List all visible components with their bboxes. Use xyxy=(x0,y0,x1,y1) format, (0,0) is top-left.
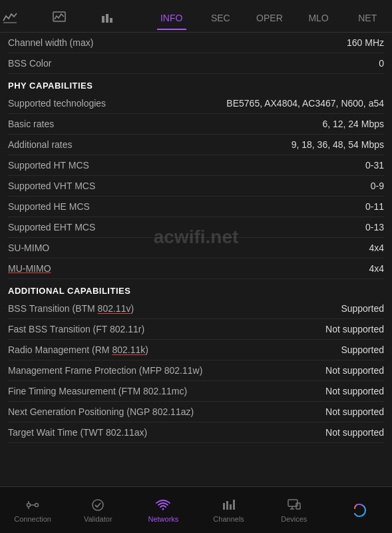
row-ftm: Fine Timing Measurement (FTM 802.11mc) N… xyxy=(8,381,384,402)
nav-validator[interactable]: Validator xyxy=(65,498,130,523)
value-channel-width: 160 MHz xyxy=(347,37,384,48)
value-ht-mcs: 0-31 xyxy=(365,160,384,171)
svg-point-5 xyxy=(27,503,31,506)
value-ngp: Not supported xyxy=(325,406,384,417)
label-su-mimo: SU-MIMO xyxy=(8,243,369,253)
row-bss-color: BSS Color 0 xyxy=(8,53,384,74)
value-basic-rates: 6, 12, 24 Mbps xyxy=(322,119,384,129)
channels-icon xyxy=(222,498,236,512)
label-bss-color: BSS Color xyxy=(8,58,379,69)
label-supported-tech: Supported technologies xyxy=(8,98,226,109)
label-mu-mimo: MU-MIMO xyxy=(8,263,369,274)
main-content: Channel width (max) 160 MHz BSS Color 0 … xyxy=(0,33,392,486)
nav-channels-label: Channels xyxy=(213,515,244,523)
label-fast-bss: Fast BSS Transition (FT 802.11r) xyxy=(8,324,325,334)
label-vht-mcs: Supported VHT MCS xyxy=(8,181,371,191)
value-mfp: Not supported xyxy=(325,365,384,376)
label-channel-width: Channel width (max) xyxy=(8,37,347,48)
value-mu-mimo: 4x4 xyxy=(369,263,384,274)
value-he-mcs: 0-11 xyxy=(365,201,384,212)
tab-graph1[interactable] xyxy=(0,5,49,32)
label-basic-rates: Basic rates xyxy=(8,119,322,129)
row-bss-transition: BSS Transition (BTM 802.11v) Supported xyxy=(8,298,384,319)
section-additional: ADDITIONAL CAPABILITIES xyxy=(8,279,384,298)
top-navigation: INFO SEC OPER MLO NET xyxy=(0,0,392,33)
nav-devices[interactable]: Devices xyxy=(262,498,327,523)
row-he-mcs: Supported HE MCS 0-11 xyxy=(8,197,384,217)
label-ngp: Next Generation Positioning (NGP 802.11a… xyxy=(8,406,325,417)
svg-rect-10 xyxy=(226,501,228,510)
label-mfp: Management Frame Protection (MFP 802.11w… xyxy=(8,365,325,376)
tab-mlo[interactable]: MLO xyxy=(294,7,343,30)
nav-channels[interactable]: Channels xyxy=(196,498,262,523)
row-mfp: Management Frame Protection (MFP 802.11w… xyxy=(8,360,384,381)
row-supported-tech: Supported technologies BE5765, AX4804, A… xyxy=(8,93,384,114)
row-additional-rates: Additional rates 9, 18, 36, 48, 54 Mbps xyxy=(8,135,384,155)
row-radio-mgmt: Radio Management (RM 802.11k) Supported xyxy=(8,340,384,360)
value-su-mimo: 4x4 xyxy=(369,243,384,253)
tab-graph2[interactable] xyxy=(49,5,98,32)
row-fast-bss: Fast BSS Transition (FT 802.11r) Not sup… xyxy=(8,319,384,340)
row-mu-mimo: MU-MIMO 4x4 xyxy=(8,259,384,279)
swirl-icon xyxy=(351,502,368,519)
label-twt: Target Wait Time (TWT 802.11ax) xyxy=(8,427,325,438)
label-radio-mgmt: Radio Management (RM 802.11k) xyxy=(8,344,341,355)
value-fast-bss: Not supported xyxy=(325,324,384,334)
row-basic-rates: Basic rates 6, 12, 24 Mbps xyxy=(8,114,384,135)
label-additional-rates: Additional rates xyxy=(8,139,292,150)
svg-rect-9 xyxy=(223,503,225,510)
row-su-mimo: SU-MIMO 4x4 xyxy=(8,238,384,259)
tab-sec[interactable]: SEC xyxy=(196,7,246,30)
label-he-mcs: Supported HE MCS xyxy=(8,201,365,212)
nav-connection[interactable]: Connection xyxy=(0,498,65,523)
bottom-navigation: Connection Validator Networks xyxy=(0,486,392,533)
value-supported-tech: BE5765, AX4804, AC3467, N600, a54 xyxy=(226,98,384,109)
tab-bar[interactable] xyxy=(98,5,147,32)
nav-more[interactable] xyxy=(327,502,392,519)
label-bss-transition: BSS Transition (BTM 802.11v) xyxy=(8,303,341,314)
nav-validator-label: Validator xyxy=(84,515,112,523)
value-additional-rates: 9, 18, 36, 48, 54 Mbps xyxy=(292,139,384,150)
validator-icon xyxy=(91,498,105,512)
svg-point-8 xyxy=(93,500,103,510)
tab-net[interactable]: NET xyxy=(343,7,392,30)
value-bss-color: 0 xyxy=(379,58,384,69)
svg-rect-11 xyxy=(230,504,232,510)
label-ht-mcs: Supported HT MCS xyxy=(8,160,365,171)
label-eht-mcs: Supported EHT MCS xyxy=(8,222,365,233)
nav-networks[interactable]: Networks xyxy=(130,498,196,523)
value-radio-mgmt: Supported xyxy=(341,344,384,355)
devices-icon xyxy=(287,498,301,512)
nav-devices-label: Devices xyxy=(281,515,307,523)
row-channel-width: Channel width (max) 160 MHz xyxy=(8,33,384,53)
tab-oper[interactable]: OPER xyxy=(245,7,294,30)
svg-rect-2 xyxy=(102,16,104,23)
value-ftm: Not supported xyxy=(325,386,384,396)
section-phy: PHY CAPABILITIES xyxy=(8,74,384,93)
tab-info[interactable]: INFO xyxy=(147,7,196,30)
label-ftm: Fine Timing Measurement (FTM 802.11mc) xyxy=(8,386,325,396)
row-ht-mcs: Supported HT MCS 0-31 xyxy=(8,155,384,176)
connection-icon xyxy=(25,498,40,512)
svg-rect-4 xyxy=(110,18,112,23)
svg-point-6 xyxy=(35,503,39,506)
value-twt: Not supported xyxy=(325,427,384,438)
row-ngp: Next Generation Positioning (NGP 802.11a… xyxy=(8,402,384,422)
svg-rect-12 xyxy=(233,500,235,510)
value-eht-mcs: 0-13 xyxy=(365,222,384,233)
value-vht-mcs: 0-9 xyxy=(371,181,384,191)
row-twt: Target Wait Time (TWT 802.11ax) Not supp… xyxy=(8,422,384,443)
nav-connection-label: Connection xyxy=(14,515,51,523)
row-eht-mcs: Supported EHT MCS 0-13 xyxy=(8,217,384,238)
nav-networks-label: Networks xyxy=(148,515,179,523)
row-vht-mcs: Supported VHT MCS 0-9 xyxy=(8,176,384,197)
svg-rect-3 xyxy=(106,14,108,23)
wifi-icon xyxy=(155,498,171,512)
value-bss-transition: Supported xyxy=(341,303,384,314)
